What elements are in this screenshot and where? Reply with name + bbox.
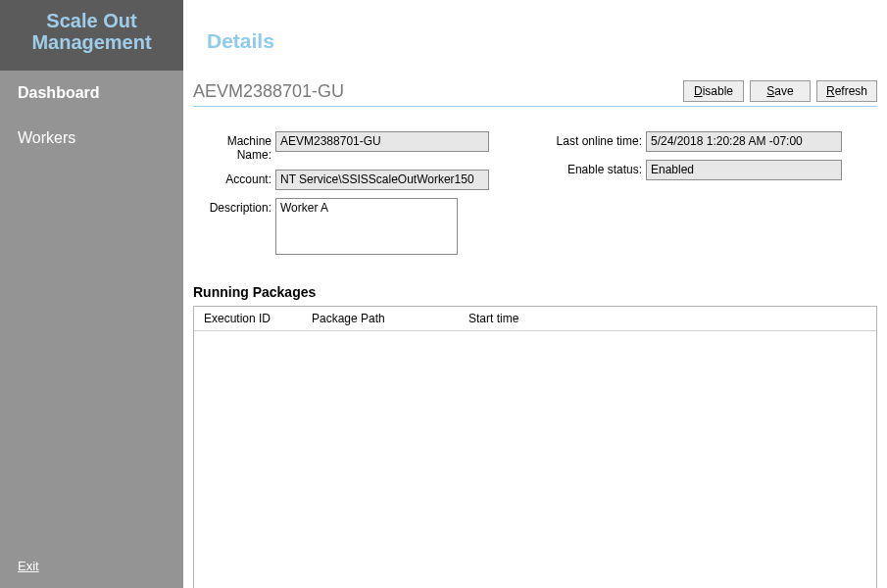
sidebar: Scale Out Management Dashboard Workers E… <box>0 0 183 588</box>
row-machine-name: Machine Name: AEVM2388701-GU <box>193 131 526 162</box>
app-title: Scale Out Management <box>0 10 183 53</box>
action-buttons: Disable Save Refresh <box>683 80 877 102</box>
exit-rest: xit <box>26 559 39 573</box>
refresh-mn: R <box>826 84 835 98</box>
col-execution-id[interactable]: Execution ID <box>194 312 302 325</box>
row-last-online: Last online time: 5/24/2018 1:20:28 AM -… <box>544 131 877 152</box>
sidebar-header: Scale Out Management <box>0 0 183 71</box>
sidebar-item-workers[interactable]: Workers <box>0 116 183 161</box>
field-last-online: 5/24/2018 1:20:28 AM -07:00 <box>646 131 842 152</box>
col-start-time[interactable]: Start time <box>459 312 576 325</box>
sidebar-item-dashboard[interactable]: Dashboard <box>0 71 183 116</box>
disable-button[interactable]: Disable <box>683 80 744 102</box>
field-enable-status: Enabled <box>646 160 842 180</box>
sidebar-item-label: Workers <box>18 129 75 146</box>
page-title: Details <box>207 29 887 53</box>
field-account: NT Service\SSISScaleOutWorker150 <box>275 170 489 190</box>
app-title-line2: Management <box>31 31 151 53</box>
subheader: AEVM2388701-GU Disable Save Refresh <box>193 80 877 107</box>
grid-header: Execution ID Package Path Start time <box>194 307 876 331</box>
field-description[interactable] <box>275 198 458 255</box>
label-last-online: Last online time: <box>544 131 646 148</box>
main: Details AEVM2388701-GU Disable Save Refr… <box>183 0 887 588</box>
refresh-rest: efresh <box>835 84 867 98</box>
app-root: Scale Out Management Dashboard Workers E… <box>0 0 887 588</box>
row-description: Description: <box>193 198 526 255</box>
col-package-path[interactable]: Package Path <box>302 312 459 325</box>
sidebar-footer: Exit <box>18 557 39 574</box>
app-title-line1: Scale Out <box>46 10 136 31</box>
disable-rest: isable <box>703 84 733 98</box>
disable-mn: D <box>694 84 703 98</box>
sidebar-item-label: Dashboard <box>18 84 100 101</box>
save-button[interactable]: Save <box>750 80 811 102</box>
form-col-left: Machine Name: AEVM2388701-GU Account: NT… <box>193 131 526 255</box>
form-col-right: Last online time: 5/24/2018 1:20:28 AM -… <box>544 131 877 255</box>
main-header: Details <box>183 0 887 53</box>
machine-heading: AEVM2388701-GU <box>193 81 344 102</box>
exit-link[interactable]: Exit <box>18 559 39 573</box>
running-packages-title: Running Packages <box>193 284 877 300</box>
running-packages-section: Running Packages Execution ID Package Pa… <box>193 284 877 588</box>
label-account: Account: <box>193 170 275 186</box>
row-enable-status: Enable status: Enabled <box>544 160 877 180</box>
field-machine-name: AEVM2388701-GU <box>275 131 489 152</box>
save-rest: ave <box>774 84 793 98</box>
refresh-button[interactable]: Refresh <box>816 80 877 102</box>
row-account: Account: NT Service\SSISScaleOutWorker15… <box>193 170 526 190</box>
exit-mnemonic: E <box>18 559 26 573</box>
label-description: Description: <box>193 198 275 215</box>
form-area: Machine Name: AEVM2388701-GU Account: NT… <box>193 131 877 255</box>
running-packages-grid: Execution ID Package Path Start time <box>193 306 877 588</box>
label-enable-status: Enable status: <box>544 160 646 176</box>
label-machine-name: Machine Name: <box>193 131 275 162</box>
